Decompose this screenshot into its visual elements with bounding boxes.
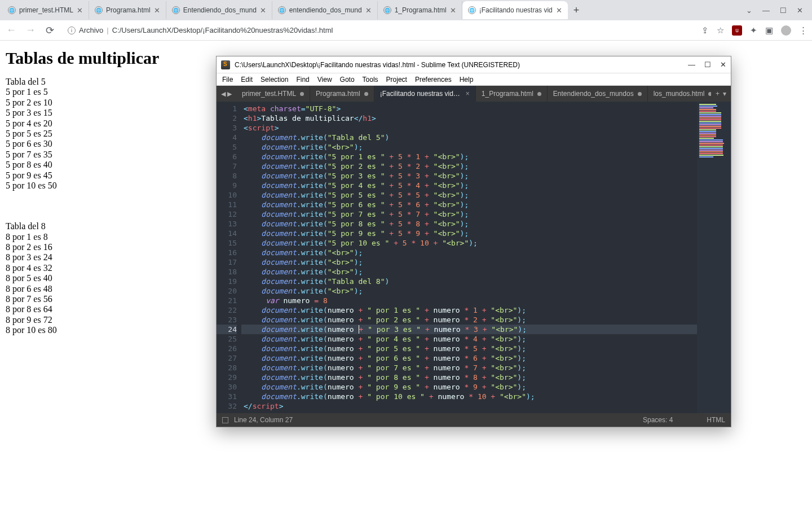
sublime-maximize-icon[interactable]: ☐ [704,60,711,69]
window-controls: ⌄ — ☐ ✕ [746,6,810,15]
tab-label: primer_test.HTML [19,6,73,14]
code-line[interactable]: document.write("5 por 5 es " + 5 * 5 + "… [241,190,697,200]
browser-tab[interactable]: 🌐¡Facilitando nuestras vid✕ [462,1,568,19]
dirty-dot-icon [537,92,541,96]
sublime-tab-nav[interactable]: ◀ ▶ [217,86,236,102]
browser-tab[interactable]: 🌐Entendiendo_dos_mund✕ [166,1,272,19]
sublime-minimize-icon[interactable]: — [688,60,695,69]
code-line[interactable]: document.write("5 por 9 es " + 5 * 9 + "… [241,229,697,238]
sublime-tab[interactable]: Entendiendo_dos_mundos [548,86,648,102]
code-line[interactable]: var numero = 8 [241,296,697,305]
sublime-tab[interactable]: ¡Facilitando nuestras vidas!.html× [374,86,476,102]
code-line[interactable]: document.write("Tabla del 8") [241,277,697,286]
maximize-icon[interactable]: ☐ [780,6,787,15]
browser-tabstrip: 🌐primer_test.HTML✕🌐Programa.html✕🌐Entend… [0,0,812,20]
star-icon[interactable]: ☆ [717,25,724,36]
browser-toolbar: ← → ⟳ i Archivo | C:/Users/LaunchX/Deskt… [0,20,812,41]
browser-tab[interactable]: 🌐1_Programa.html✕ [378,1,462,19]
sublime-tab[interactable]: Programa.html [310,86,374,102]
sublime-menu-selection[interactable]: Selection [261,76,288,84]
sublime-menu-tools[interactable]: Tools [363,76,378,84]
share-icon[interactable]: ⇪ [701,25,709,36]
code-line[interactable]: document.write(numero + " por 2 es " + n… [241,315,697,325]
code-line[interactable]: document.write("<br>"); [241,286,697,296]
close-tab-icon[interactable]: ✕ [365,6,372,15]
sublime-status-spaces[interactable]: Spaces: 4 [643,416,673,424]
minimize-icon[interactable]: — [762,6,770,15]
code-line[interactable]: document.write(numero + " por 3 es " + n… [241,325,697,334]
info-icon[interactable]: i [68,27,76,34]
close-tab-icon[interactable]: ✕ [77,6,83,15]
close-icon[interactable]: ✕ [797,6,803,15]
reload-button[interactable]: ⟳ [43,24,56,37]
code-line[interactable]: document.write("5 por 10 es " + 5 * 10 +… [241,238,697,248]
sublime-tab[interactable]: los_mundos.html [648,86,711,102]
sublime-tab[interactable]: 1_Programa.html [476,86,548,102]
profile-icon[interactable] [781,25,791,36]
sublime-menu-project[interactable]: Project [386,76,407,84]
side-panel-icon[interactable]: ▣ [765,25,773,36]
sublime-code-area[interactable]: <meta charset="UTF-8"><h1>Tablas de mult… [241,102,697,413]
menu-icon[interactable]: ⋮ [799,25,807,36]
sublime-status-lang[interactable]: HTML [707,416,725,424]
code-line[interactable]: document.write("<br>"); [241,142,697,152]
sublime-menu-find[interactable]: Find [296,76,309,84]
code-line[interactable]: </script> [241,401,697,411]
sublime-close-icon[interactable]: ✕ [720,60,726,69]
sublime-titlebar[interactable]: C:\Users\LaunchX\Desktop\¡Facilitando nu… [217,56,731,73]
dirty-dot-icon [638,92,642,96]
code-line[interactable]: document.write("<br>"); [241,257,697,267]
close-tab-icon[interactable]: ✕ [556,6,562,15]
code-line[interactable]: document.write("5 por 8 es " + 5 * 8 + "… [241,219,697,229]
sublime-menu-file[interactable]: File [222,76,233,84]
code-line[interactable]: document.write("Tabla del 5") [241,133,697,142]
back-button[interactable]: ← [5,24,18,36]
ublock-icon[interactable]: u [732,25,742,36]
close-tab-icon[interactable]: ✕ [154,6,160,15]
code-line[interactable]: document.write(numero + " por 9 es " + n… [241,382,697,392]
sublime-tab-menu-icon[interactable]: ▾ [723,90,726,98]
code-line[interactable]: document.write(numero + " por 10 es " + … [241,392,697,401]
new-tab-button[interactable]: + [568,5,585,16]
code-line[interactable]: document.write("5 por 3 es " + 5 * 3 + "… [241,171,697,181]
tab-label: ¡Facilitando nuestras vid [479,6,553,14]
code-line[interactable]: <script> [241,123,697,133]
chevron-down-icon[interactable]: ⌄ [746,6,752,15]
code-line[interactable]: document.write("5 por 4 es " + 5 * 4 + "… [241,181,697,190]
close-tab-icon[interactable]: ✕ [450,6,456,15]
url-prefix: Archivo [79,26,103,34]
browser-tab[interactable]: 🌐primer_test.HTML✕ [2,1,89,19]
sublime-menu-preferences[interactable]: Preferences [415,76,452,84]
sublime-panel-icon[interactable] [222,417,228,423]
browser-tab[interactable]: 🌐Programa.html✕ [89,1,166,19]
sublime-editor[interactable]: 1234567891011121314151617181920212223242… [217,102,731,413]
code-line[interactable]: document.write(numero + " por 1 es " + n… [241,305,697,315]
code-line[interactable]: document.write("<br>"); [241,248,697,257]
code-line[interactable]: document.write("5 por 6 es " + 5 * 6 + "… [241,200,697,209]
sublime-menu-help[interactable]: Help [460,76,474,84]
code-line[interactable]: document.write(numero + " por 7 es " + n… [241,363,697,373]
forward-button[interactable]: → [24,24,37,36]
close-tab-icon[interactable]: ✕ [260,6,266,15]
address-bar[interactable]: i Archivo | C:/Users/LaunchX/Desktop/¡Fa… [62,23,696,38]
code-line[interactable]: <meta charset="UTF-8"> [241,104,697,113]
code-line[interactable]: document.write(numero + " por 4 es " + n… [241,334,697,344]
browser-tab[interactable]: 🌐entendiendo_dos_mund✕ [272,1,378,19]
code-line[interactable]: document.write("5 por 7 es " + 5 * 7 + "… [241,209,697,219]
sublime-menu-edit[interactable]: Edit [241,76,253,84]
sublime-new-tab-icon[interactable]: + [716,90,720,98]
code-line[interactable]: document.write("<br>"); [241,267,697,277]
extensions-icon[interactable]: ✦ [750,25,757,36]
code-line[interactable]: <h1>Tablas de multiplicar</h1> [241,113,697,123]
sublime-menu-view[interactable]: View [317,76,332,84]
code-line[interactable]: document.write(numero + " por 6 es " + n… [241,353,697,363]
globe-icon: 🌐 [468,6,476,14]
sublime-menu-goto[interactable]: Goto [340,76,355,84]
code-line[interactable]: document.write(numero + " por 8 es " + n… [241,373,697,382]
code-line[interactable]: document.write("5 por 2 es " + 5 * 2 + "… [241,161,697,171]
code-line[interactable]: document.write("5 por 1 es " + 5 * 1 + "… [241,152,697,161]
sublime-tab[interactable]: primer_test.HTML [236,86,310,102]
close-tab-icon[interactable]: × [466,90,470,98]
code-line[interactable]: document.write(numero + " por 5 es " + n… [241,344,697,353]
sublime-minimap[interactable] [697,102,731,413]
